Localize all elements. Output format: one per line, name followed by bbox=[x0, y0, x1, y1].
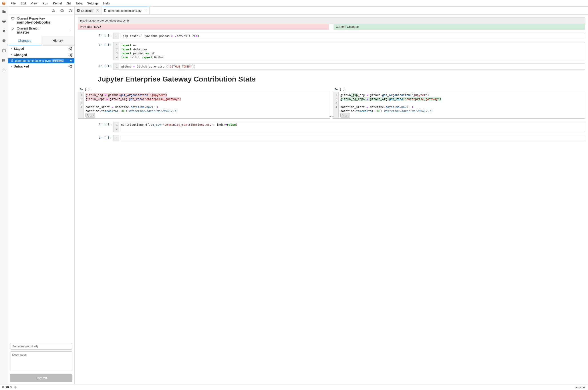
menu-view[interactable]: View bbox=[29, 1, 40, 6]
cell-prompt: In [ ]: bbox=[333, 88, 585, 92]
status-zero[interactable]: 0 bbox=[2, 386, 4, 389]
snippets-icon[interactable] bbox=[1, 67, 7, 73]
cell-prompt: In [ ]: bbox=[98, 63, 113, 70]
tab-changes[interactable]: Changes bbox=[8, 36, 41, 45]
modified-badge: M bbox=[70, 59, 72, 62]
tab-diff[interactable]: generate-contributions.ipy bbox=[101, 7, 150, 14]
menu-run[interactable]: Run bbox=[40, 1, 50, 6]
current-branch[interactable]: Current Branch master bbox=[8, 26, 74, 36]
code-content: github_jup_org = github.get_organization… bbox=[339, 92, 585, 118]
cell-pip: In [ ]: 1 !pip install PyGithub pandas >… bbox=[78, 33, 585, 39]
close-icon[interactable] bbox=[96, 9, 99, 12]
svg-point-9 bbox=[2, 59, 3, 60]
tabbar: Launcher generate-contributions.ipy bbox=[75, 7, 588, 15]
pipeline-icon[interactable] bbox=[14, 386, 17, 389]
section-untracked[interactable]: Untracked (0) bbox=[8, 63, 74, 69]
menu-help[interactable]: Help bbox=[101, 1, 112, 6]
commit-description-input[interactable] bbox=[10, 351, 72, 371]
git-icon[interactable] bbox=[1, 28, 7, 34]
caret-right-icon bbox=[10, 47, 13, 50]
caret-right-icon bbox=[10, 65, 13, 68]
tab-history[interactable]: History bbox=[41, 36, 74, 45]
repo-value: sample-notebooks bbox=[17, 20, 72, 25]
refresh-icon[interactable] bbox=[68, 8, 73, 13]
close-icon[interactable] bbox=[144, 9, 147, 12]
menu-settings[interactable]: Settings bbox=[85, 1, 101, 6]
commit-area: Commit bbox=[8, 341, 74, 384]
running-icon[interactable] bbox=[1, 19, 7, 24]
cell-prompt: In [ ]: bbox=[98, 122, 113, 132]
svg-rect-4 bbox=[3, 21, 4, 22]
svg-rect-5 bbox=[3, 49, 5, 52]
repo-label: Current Repository bbox=[17, 16, 72, 20]
cell-empty: In [ ]: 1 bbox=[78, 135, 585, 141]
svg-point-1 bbox=[3, 2, 5, 3]
diff-status-row: Previous: HEAD Current: Changed bbox=[78, 24, 585, 30]
curr-column: In [ ]: 1234 github_jup_org = github.get… bbox=[333, 88, 585, 119]
cell-csv: In [ ]: 12 contributions_df.to_csv('comm… bbox=[78, 122, 585, 132]
prev-column: In [ ]: 1234 github_org = github.get_org… bbox=[78, 88, 330, 119]
branch-icon bbox=[11, 27, 15, 32]
menubar: File Edit View Run Kernel Git Tabs Setti… bbox=[0, 0, 588, 7]
section-staged[interactable]: Staged (0) bbox=[8, 46, 74, 52]
merge-arrows-icon[interactable]: ⇨⇦ bbox=[329, 115, 333, 118]
git-toolbar bbox=[8, 7, 74, 15]
code-content bbox=[119, 135, 585, 141]
statusbar: 0 $_3 Launcher bbox=[0, 384, 588, 390]
terminal-icon[interactable]: $_3 bbox=[6, 386, 11, 389]
activity-bar bbox=[0, 7, 8, 384]
menu-kernel[interactable]: Kernel bbox=[51, 1, 64, 6]
svg-rect-28 bbox=[15, 387, 16, 388]
svg-point-10 bbox=[2, 60, 3, 61]
current-repo[interactable]: Current Repository sample-notebooks bbox=[8, 15, 74, 26]
markdown-title: Jupyter Enterprise Gateway Contribution … bbox=[78, 73, 585, 88]
file-icon bbox=[104, 9, 107, 13]
chevron-down-icon bbox=[69, 29, 72, 32]
menu-tabs[interactable]: Tabs bbox=[74, 1, 85, 6]
code-content: !pip install PyGithub pandas > /dev/null… bbox=[119, 33, 585, 39]
main-area: Current Repository sample-notebooks Curr… bbox=[0, 7, 588, 384]
git-panel: Current Repository sample-notebooks Curr… bbox=[8, 7, 75, 384]
desktop-icon bbox=[11, 17, 15, 21]
folder-icon[interactable] bbox=[1, 9, 7, 14]
svg-point-11 bbox=[2, 61, 3, 61]
svg-rect-12 bbox=[11, 18, 14, 19]
tab-launcher[interactable]: Launcher bbox=[75, 7, 101, 14]
cell-prompt: In [ ]: bbox=[78, 88, 330, 92]
curr-label: Current: Changed bbox=[333, 24, 585, 30]
section-changed[interactable]: Changed (1) bbox=[8, 52, 74, 58]
split-diff: In [ ]: 1234 github_org = github.get_org… bbox=[78, 88, 585, 119]
code-content: contributions_df.to_csv('community_contr… bbox=[119, 122, 585, 132]
jupyter-logo bbox=[2, 1, 6, 5]
cloud-down-icon[interactable] bbox=[51, 8, 56, 13]
notebook-icon bbox=[10, 59, 14, 62]
menu-git[interactable]: Git bbox=[65, 1, 73, 6]
status-right[interactable]: Launcher bbox=[574, 386, 586, 389]
commit-summary-input[interactable] bbox=[10, 343, 72, 349]
changed-file-item[interactable]: generate-contributions.ipynb pipelines M bbox=[8, 58, 74, 63]
git-side-tabs: Changes History bbox=[8, 36, 74, 46]
commit-button[interactable]: Commit bbox=[10, 374, 72, 382]
fold-marker[interactable]: (...) bbox=[340, 113, 350, 117]
code-content: github_org = github.get_organization('ju… bbox=[84, 92, 330, 118]
fold-marker[interactable]: (...) bbox=[86, 113, 95, 117]
cell-prompt: In [ ]: bbox=[98, 42, 113, 60]
menu-edit[interactable]: Edit bbox=[18, 1, 28, 6]
cell-github: In [ ]: 1 github = Github(os.environ['GI… bbox=[78, 63, 585, 70]
extension-icon[interactable] bbox=[1, 48, 7, 53]
cell-imports: In [ ]: 1234 import os import datetime i… bbox=[78, 42, 585, 60]
branch-label: Current Branch bbox=[17, 26, 69, 30]
svg-point-16 bbox=[12, 30, 12, 30]
cloud-up-icon[interactable] bbox=[60, 8, 64, 13]
branch-value: master bbox=[17, 30, 69, 35]
content-area: Launcher generate-contributions.ipy pipe… bbox=[75, 7, 588, 384]
palette-icon[interactable] bbox=[1, 38, 7, 44]
svg-point-0 bbox=[2, 1, 5, 5]
cell-prompt: In [ ]: bbox=[98, 135, 113, 141]
svg-text:$_: $_ bbox=[7, 387, 8, 388]
code-content: github = Github(os.environ['GITHUB_TOKEN… bbox=[119, 64, 585, 69]
toc-icon[interactable] bbox=[1, 58, 7, 63]
caret-down-icon bbox=[10, 53, 13, 57]
menu-file[interactable]: File bbox=[8, 1, 18, 6]
svg-point-15 bbox=[12, 28, 12, 28]
